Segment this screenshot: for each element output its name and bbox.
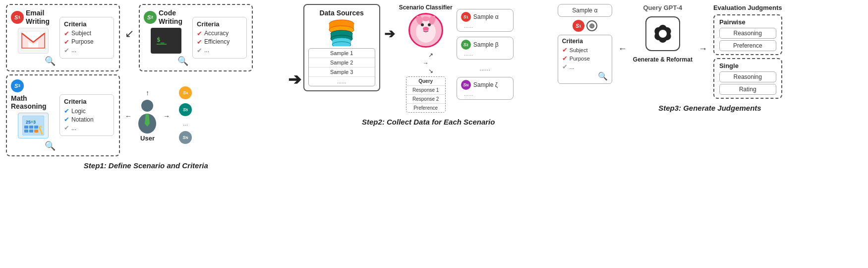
s2-badge: S2 bbox=[144, 11, 157, 24]
sample-zeta-label: Sample ζ bbox=[473, 81, 498, 88]
code-criteria-box: Criteria ✔Accuracy ✔Efficiency ✔... bbox=[192, 17, 247, 59]
step3-label: Step3: Generate Judgements bbox=[658, 104, 761, 112]
calculator-icon: 25÷3 bbox=[22, 116, 44, 135]
step3-input-area: Sample α S1 ⊕ Criteria ✔Subject bbox=[558, 4, 612, 84]
single-reasoning: Reasoning bbox=[719, 71, 776, 82]
math-magnify-icon: 🔍 bbox=[45, 140, 56, 151]
sample-list: Sample 1 Sample 2 Sample 3 ...... bbox=[308, 48, 375, 86]
single-rating: Rating bbox=[719, 84, 776, 95]
sample-1: Sample 1 bbox=[309, 49, 375, 58]
svg-rect-9 bbox=[24, 130, 28, 133]
math-criteria-logic: ✔Logic bbox=[64, 107, 110, 115]
sample-3: Sample 3 bbox=[309, 67, 375, 77]
step2-label: Step2: Collect Data for Each Scenario bbox=[362, 118, 495, 126]
step3-criteria-subject: ✔Subject bbox=[562, 46, 608, 54]
svg-point-31 bbox=[428, 23, 431, 26]
email-criteria-title: Criteria bbox=[64, 20, 110, 28]
svg-rect-7 bbox=[29, 126, 33, 129]
gmail-icon bbox=[21, 31, 46, 50]
svg-rect-10 bbox=[29, 130, 33, 133]
email-criteria-box: Criteria ✔Subject ✔Purpose ✔... bbox=[59, 17, 114, 59]
email-writing-title: Email Writing bbox=[26, 9, 56, 26]
sample-zeta-dots: ...... bbox=[461, 91, 509, 97]
svg-point-32 bbox=[423, 27, 429, 31]
alpaca-svg bbox=[412, 16, 439, 45]
llama-icon bbox=[408, 13, 443, 48]
data-sources-title: Data Sources bbox=[319, 9, 363, 17]
openai-logo-svg bbox=[650, 21, 676, 47]
code-criteria-accuracy: ✔Accuracy bbox=[197, 30, 242, 37]
step3-s1-area: S1 ⊕ bbox=[573, 20, 597, 32]
structure-pref: Preference bbox=[406, 104, 445, 112]
step3-center-area: Query GPT-4 Generate & Reformat bbox=[633, 4, 693, 63]
svg-rect-6 bbox=[24, 126, 28, 129]
structure-r1: Response 1 bbox=[406, 86, 445, 95]
math-criteria-dots: ✔... bbox=[64, 124, 110, 132]
user-figure bbox=[134, 99, 161, 134]
oplus-symbol: ⊕ bbox=[586, 20, 597, 31]
s3-badge: S3 bbox=[11, 79, 24, 92]
svg-rect-8 bbox=[34, 126, 38, 129]
svg-text:25÷3: 25÷3 bbox=[26, 120, 36, 125]
sample-cards-area: S1 Sample α ...... S2 Sample β ...... bbox=[457, 9, 514, 100]
math-reasoning-box: S3 Math Reasoning 25÷3 bbox=[6, 74, 120, 157]
step3-criteria-purpose: ✔Purpose bbox=[562, 55, 608, 62]
email-writing-box: S1 Email Writing bbox=[6, 4, 120, 71]
scenario-dots: ... bbox=[179, 120, 192, 127]
svg-rect-11 bbox=[34, 130, 38, 133]
structure-query: Query bbox=[406, 77, 445, 86]
single-group: Single Reasoning Rating bbox=[713, 58, 782, 99]
svg-point-14 bbox=[141, 100, 153, 112]
step3-magnify-icon: 🔍 bbox=[562, 71, 608, 81]
sn-item: SN bbox=[179, 131, 192, 144]
svg-point-30 bbox=[421, 23, 424, 26]
classifier-title: Scenario Classifier bbox=[399, 4, 453, 11]
sample-2: Sample 2 bbox=[309, 58, 375, 67]
step2-section: Data Sources bbox=[303, 4, 554, 170]
database-stack-icon bbox=[324, 19, 359, 46]
gpt4-icon bbox=[645, 16, 680, 51]
step3-s1-badge: S1 bbox=[573, 20, 584, 32]
main-layout: S1 Email Writing bbox=[0, 0, 868, 172]
eval-judgments-title: Evaluation Judgments bbox=[713, 4, 782, 11]
sample-beta-dots: ...... bbox=[461, 51, 509, 57]
svg-point-25 bbox=[332, 42, 351, 46]
user-label: User bbox=[140, 134, 155, 142]
query-gpt4-label: Query GPT-4 bbox=[643, 4, 682, 11]
code-terminal-icon: $_ bbox=[154, 32, 178, 50]
math-criteria-box: Criteria ✔Logic ✔Notation ✔... bbox=[59, 94, 114, 136]
sample-alpha-dots: ...... bbox=[461, 23, 509, 29]
math-criteria-notation: ✔Notation bbox=[64, 116, 110, 123]
pairwise-group: Pairwise Reasoning Preference bbox=[713, 14, 782, 55]
math-reasoning-title: Math Reasoning bbox=[11, 94, 56, 111]
code-criteria-title: Criteria bbox=[197, 20, 242, 28]
eval-judgments-area: Evaluation Judgments Pairwise Reasoning … bbox=[713, 4, 782, 99]
data-sources-box: Data Sources bbox=[303, 4, 380, 91]
email-magnify-icon: 🔍 bbox=[45, 56, 56, 67]
sample-alpha-card: S1 Sample α ...... bbox=[457, 9, 514, 32]
code-criteria-efficiency: ✔Efficiency bbox=[197, 38, 242, 46]
email-criteria-purpose: ✔Purpose bbox=[64, 38, 110, 46]
code-magnify-icon: 🔍 bbox=[177, 56, 188, 67]
code-writing-title: Code Writing bbox=[159, 9, 188, 26]
sample-middle-dots: ...... bbox=[457, 65, 514, 72]
scenario-classifier-area: Scenario Classifier bbox=[399, 4, 453, 113]
step1-section: S1 Email Writing bbox=[6, 4, 286, 170]
sample-structure-box: Query Response 1 Response 2 Preference bbox=[406, 76, 446, 113]
sample-beta-label: Sample β bbox=[473, 41, 499, 48]
svg-point-34 bbox=[659, 30, 667, 38]
email-criteria-dots: ✔... bbox=[64, 47, 110, 54]
pairwise-preference: Preference bbox=[719, 40, 776, 51]
svg-text:$_: $_ bbox=[157, 36, 165, 44]
code-criteria-dots: ✔... bbox=[197, 47, 242, 54]
single-title: Single bbox=[719, 62, 776, 69]
math-criteria-title: Criteria bbox=[64, 98, 110, 105]
pairwise-title: Pairwise bbox=[719, 18, 776, 26]
s5-item: S5 bbox=[179, 103, 192, 116]
structure-r2: Response 2 bbox=[406, 95, 445, 104]
s4-item: S4 bbox=[179, 86, 192, 99]
step3-criteria-dots: ✔... bbox=[562, 63, 608, 70]
svg-rect-3 bbox=[157, 44, 167, 45]
step3-section: Sample α S1 ⊕ Criteria ✔Subject bbox=[558, 4, 862, 170]
email-criteria-subject: ✔Subject bbox=[64, 30, 110, 37]
